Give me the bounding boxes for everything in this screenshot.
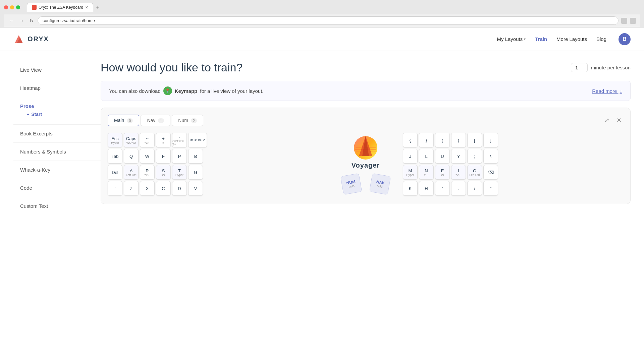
tab-close-button[interactable]: ✕ <box>85 5 88 10</box>
key-e[interactable]: E⌘ <box>435 165 450 180</box>
my-layouts-dropdown-arrow: ▾ <box>524 37 526 41</box>
key-semicolon[interactable]: ; <box>467 149 482 164</box>
key-g[interactable]: G <box>188 165 203 180</box>
key-lparen[interactable]: ( <box>435 133 450 147</box>
key-h[interactable]: H <box>419 181 434 196</box>
sidebar-item-prose[interactable]: Prose ● Start <box>13 97 101 125</box>
key-tab[interactable]: Tab <box>108 149 122 164</box>
keyboard-right-half: { } ( ) [ ] J L U Y ; <box>403 133 624 197</box>
browser-tab[interactable]: Oryx: The ZSA Keyboard ✕ <box>27 3 93 12</box>
key-plus[interactable]: += <box>156 133 171 147</box>
keymapp-icon: 📍 <box>163 86 172 95</box>
read-more-arrow: ↓ <box>620 88 623 94</box>
banner-text-after: for a live view of your layout. <box>200 88 263 94</box>
thumb-key-left[interactable]: NUM hold <box>340 173 362 195</box>
key-j[interactable]: J <box>403 149 418 164</box>
tab-nav[interactable]: Nav 1 <box>141 115 170 126</box>
key-apostrophe[interactable]: ' <box>435 181 450 196</box>
key-a[interactable]: ALeft Ctrl <box>124 165 139 180</box>
key-del[interactable]: Del <box>108 165 122 180</box>
user-avatar[interactable]: B <box>619 33 631 45</box>
sidebar-item-numbers-symbols[interactable]: Numbers & Symbols <box>13 143 101 161</box>
key-rparen[interactable]: ) <box>451 133 466 147</box>
key-dquote[interactable]: " <box>483 181 498 196</box>
key-caps[interactable]: CapsWORD <box>124 133 139 147</box>
tab-num[interactable]: Num 2 <box>172 115 203 126</box>
key-esc[interactable]: EscHyper <box>108 133 122 147</box>
sidebar-item-heatmap[interactable]: Heatmap <box>13 79 101 97</box>
key-d[interactable]: D <box>172 181 187 196</box>
key-minus[interactable]: -OPT+SF T+ <box>172 133 187 147</box>
key-v[interactable]: V <box>188 181 203 196</box>
key-tilde[interactable]: ~⌥← <box>140 133 155 147</box>
traffic-light-close[interactable] <box>4 5 8 9</box>
key-w[interactable]: W <box>140 149 155 164</box>
tab-nav-badge: 1 <box>158 118 164 123</box>
tab-title: Oryx: The ZSA Keyboard <box>39 5 83 10</box>
key-s[interactable]: S⌘ <box>156 165 171 180</box>
nav-my-layouts[interactable]: My Layouts ▾ <box>497 36 526 42</box>
logo-text: ORYX <box>28 35 49 43</box>
key-o[interactable]: OLeft Ctrl <box>467 165 482 180</box>
read-more-link[interactable]: Read more ↓ <box>592 88 622 94</box>
key-k[interactable]: K <box>403 181 418 196</box>
expand-button[interactable]: ⤢ <box>602 116 611 125</box>
key-c[interactable]: C <box>156 181 171 196</box>
nav-train[interactable]: Train <box>535 36 547 42</box>
key-z[interactable]: Z <box>124 181 139 196</box>
sidebar-item-code[interactable]: Code <box>13 179 101 197</box>
traffic-light-maximize[interactable] <box>16 5 20 9</box>
sidebar-item-book-excerpts[interactable]: Book Excerpts <box>13 125 101 143</box>
key-lbrace[interactable]: { <box>403 133 418 147</box>
key-y[interactable]: Y <box>451 149 466 164</box>
tab-main[interactable]: Main 0 <box>108 115 139 126</box>
key-n[interactable]: N⇧← <box>419 165 434 180</box>
sidebar-item-custom-text[interactable]: Custom Text <box>13 197 101 215</box>
nav-more-layouts[interactable]: More Layouts <box>556 36 587 42</box>
close-panel-button[interactable]: ✕ <box>614 116 624 125</box>
key-period[interactable]: . <box>451 181 466 196</box>
key-r[interactable]: R⌥← <box>140 165 155 180</box>
new-tab-button[interactable]: + <box>94 3 102 12</box>
nav-blog[interactable]: Blog <box>596 36 606 42</box>
keyboard-name: Voyager <box>352 162 380 169</box>
keyboard-left-half: EscHyper CapsWORD ~⌥← += -OPT+SF T+ ⌘+C … <box>108 133 328 197</box>
key-p[interactable]: P <box>172 149 187 164</box>
key-cmd-combo[interactable]: ⌘+C ⌘+V <box>188 133 207 147</box>
tab-favicon <box>32 5 37 10</box>
key-l[interactable]: L <box>419 149 434 164</box>
tab-num-badge: 2 <box>191 118 197 123</box>
tab-main-badge: 0 <box>127 118 133 123</box>
key-backslash[interactable]: \ <box>483 149 498 164</box>
keyboard-center-logo: Voyager NUM hold NAV hold <box>335 133 396 197</box>
address-bar[interactable] <box>38 16 619 25</box>
thumb-key-right[interactable]: NAV hold <box>369 173 391 195</box>
key-x[interactable]: X <box>140 181 155 196</box>
key-t[interactable]: THyper <box>172 165 187 180</box>
banner-app-name: Keymapp <box>175 88 198 94</box>
reload-button[interactable]: ↻ <box>28 17 35 24</box>
key-lbracket[interactable]: [ <box>467 133 482 147</box>
minute-label: minute per lesson <box>591 65 631 70</box>
key-b[interactable]: B <box>188 149 203 164</box>
minute-input[interactable] <box>571 63 588 72</box>
key-rbrace[interactable]: } <box>419 133 434 147</box>
sidebar-start-button[interactable]: ● Start <box>27 110 94 118</box>
key-i[interactable]: I⌥← <box>451 165 466 180</box>
key-quote[interactable]: ' <box>108 181 122 196</box>
key-backspace[interactable]: ⌫ <box>483 165 498 180</box>
forward-button[interactable]: → <box>18 17 25 24</box>
traffic-light-minimize[interactable] <box>10 5 14 9</box>
voyager-graphic <box>349 133 382 160</box>
back-button[interactable]: ← <box>8 17 15 24</box>
sidebar-item-live-view[interactable]: Live View <box>13 61 101 79</box>
key-f[interactable]: F <box>156 149 171 164</box>
page-title: How would you like to train? <box>101 61 243 74</box>
oryx-logo-icon <box>13 34 24 45</box>
key-rbracket[interactable]: ] <box>483 133 498 147</box>
sidebar-item-whack-a-key[interactable]: Whack-a-Key <box>13 161 101 179</box>
key-q[interactable]: Q <box>124 149 139 164</box>
key-u[interactable]: U <box>435 149 450 164</box>
key-slash[interactable]: / <box>467 181 482 196</box>
key-m[interactable]: MHyper <box>403 165 418 180</box>
